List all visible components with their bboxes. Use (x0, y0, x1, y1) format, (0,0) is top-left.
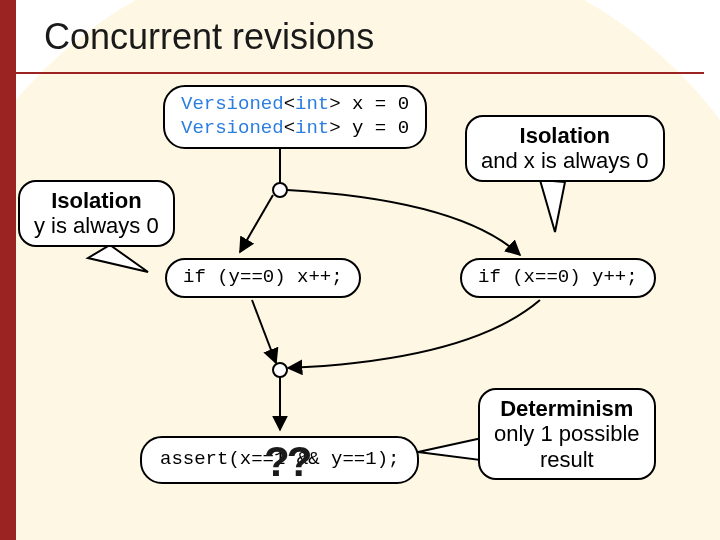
page-title: Concurrent revisions (16, 8, 704, 74)
question-marks-overlay: ?? (264, 438, 309, 486)
callout-isolation-left: Isolation y is always 0 (18, 180, 175, 247)
callout-isolation-right: Isolation and x is always 0 (465, 115, 665, 182)
code-left-branch: if (y==0) x++; (165, 258, 361, 298)
code-declaration-box: Versioned<int> x = 0 Versioned<int> y = … (163, 85, 427, 149)
callout-determinism: Determinism only 1 possible result (478, 388, 656, 480)
code-right-branch: if (x==0) y++; (460, 258, 656, 298)
left-accent-strip (0, 0, 16, 540)
